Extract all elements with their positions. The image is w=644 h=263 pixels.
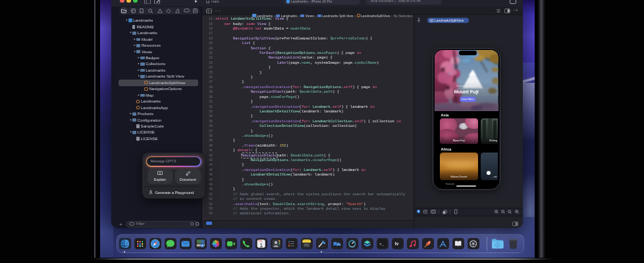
svg-text:tv: tv: [395, 241, 399, 246]
svg-text:=: =: [509, 210, 510, 212]
svg-text:>_: >_: [379, 242, 385, 247]
svg-text:1: 1: [260, 242, 263, 249]
